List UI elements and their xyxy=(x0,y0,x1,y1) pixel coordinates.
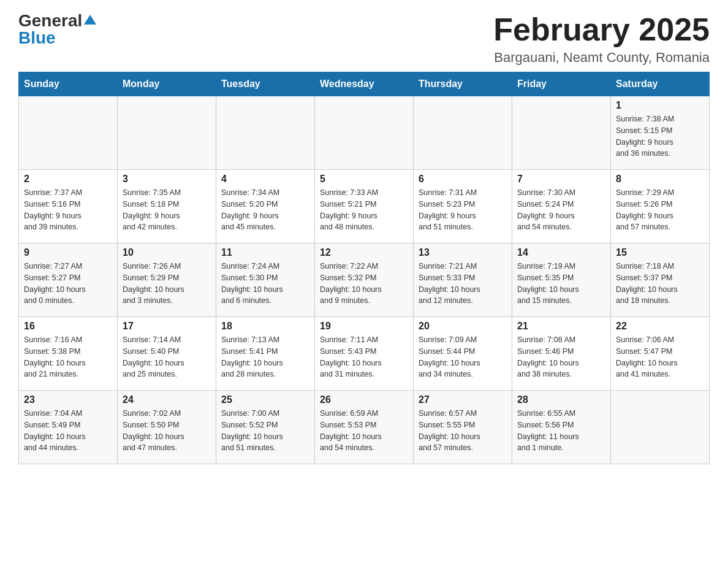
day-number: 5 xyxy=(320,174,408,185)
calendar-cell: 8Sunrise: 7:29 AM Sunset: 5:26 PM Daylig… xyxy=(611,170,710,243)
calendar-cell: 10Sunrise: 7:26 AM Sunset: 5:29 PM Dayli… xyxy=(118,243,216,317)
logo-triangle-icon xyxy=(83,13,97,26)
day-number: 3 xyxy=(123,174,211,185)
logo-general-text: General xyxy=(18,12,82,29)
weekday-saturday: Saturday xyxy=(611,72,710,96)
calendar-cell: 4Sunrise: 7:34 AM Sunset: 5:20 PM Daylig… xyxy=(216,170,315,243)
calendar-row: 2Sunrise: 7:37 AM Sunset: 5:16 PM Daylig… xyxy=(19,170,710,243)
day-number: 1 xyxy=(616,100,704,111)
day-info: Sunrise: 7:06 AM Sunset: 5:47 PM Dayligh… xyxy=(616,334,704,380)
day-number: 24 xyxy=(123,394,211,405)
day-number: 19 xyxy=(320,321,408,332)
day-info: Sunrise: 7:38 AM Sunset: 5:15 PM Dayligh… xyxy=(616,113,704,159)
calendar-cell xyxy=(512,96,611,170)
day-info: Sunrise: 7:14 AM Sunset: 5:40 PM Dayligh… xyxy=(123,334,211,380)
calendar-cell: 24Sunrise: 7:02 AM Sunset: 5:50 PM Dayli… xyxy=(118,391,216,464)
day-info: Sunrise: 7:29 AM Sunset: 5:26 PM Dayligh… xyxy=(616,187,704,233)
svg-marker-0 xyxy=(84,15,96,25)
day-number: 20 xyxy=(419,321,507,332)
day-info: Sunrise: 7:21 AM Sunset: 5:33 PM Dayligh… xyxy=(419,261,507,307)
calendar-table: SundayMondayTuesdayWednesdayThursdayFrid… xyxy=(18,72,710,464)
calendar-cell: 9Sunrise: 7:27 AM Sunset: 5:27 PM Daylig… xyxy=(19,243,118,317)
calendar-cell: 21Sunrise: 7:08 AM Sunset: 5:46 PM Dayli… xyxy=(512,317,611,391)
day-number: 7 xyxy=(517,174,605,185)
weekday-thursday: Thursday xyxy=(414,72,512,96)
day-number: 25 xyxy=(221,394,309,405)
subtitle: Bargauani, Neamt County, Romania xyxy=(493,50,710,66)
title-block: February 2025 Bargauani, Neamt County, R… xyxy=(493,12,710,66)
day-number: 17 xyxy=(123,321,211,332)
calendar-cell xyxy=(216,96,315,170)
day-number: 10 xyxy=(123,247,211,258)
day-info: Sunrise: 7:04 AM Sunset: 5:49 PM Dayligh… xyxy=(24,408,112,454)
day-number: 4 xyxy=(221,174,309,185)
day-number: 2 xyxy=(24,174,112,185)
weekday-sunday: Sunday xyxy=(19,72,118,96)
calendar-body: 1Sunrise: 7:38 AM Sunset: 5:15 PM Daylig… xyxy=(19,96,710,464)
day-number: 12 xyxy=(320,247,408,258)
calendar-cell: 19Sunrise: 7:11 AM Sunset: 5:43 PM Dayli… xyxy=(315,317,414,391)
day-number: 15 xyxy=(616,247,704,258)
weekday-header-row: SundayMondayTuesdayWednesdayThursdayFrid… xyxy=(19,72,710,96)
day-number: 23 xyxy=(24,394,112,405)
calendar-cell: 1Sunrise: 7:38 AM Sunset: 5:15 PM Daylig… xyxy=(611,96,710,170)
calendar-cell: 13Sunrise: 7:21 AM Sunset: 5:33 PM Dayli… xyxy=(414,243,512,317)
weekday-friday: Friday xyxy=(512,72,611,96)
calendar-cell: 23Sunrise: 7:04 AM Sunset: 5:49 PM Dayli… xyxy=(19,391,118,464)
day-number: 11 xyxy=(221,247,309,258)
day-info: Sunrise: 7:37 AM Sunset: 5:16 PM Dayligh… xyxy=(24,187,112,233)
calendar-row: 1Sunrise: 7:38 AM Sunset: 5:15 PM Daylig… xyxy=(19,96,710,170)
calendar-cell: 15Sunrise: 7:18 AM Sunset: 5:37 PM Dayli… xyxy=(611,243,710,317)
calendar-cell: 2Sunrise: 7:37 AM Sunset: 5:16 PM Daylig… xyxy=(19,170,118,243)
day-number: 9 xyxy=(24,247,112,258)
day-info: Sunrise: 7:30 AM Sunset: 5:24 PM Dayligh… xyxy=(517,187,605,233)
day-info: Sunrise: 6:55 AM Sunset: 5:56 PM Dayligh… xyxy=(517,408,605,454)
calendar-cell: 27Sunrise: 6:57 AM Sunset: 5:55 PM Dayli… xyxy=(414,391,512,464)
day-info: Sunrise: 7:11 AM Sunset: 5:43 PM Dayligh… xyxy=(320,334,408,380)
day-info: Sunrise: 7:34 AM Sunset: 5:20 PM Dayligh… xyxy=(221,187,309,233)
day-info: Sunrise: 7:16 AM Sunset: 5:38 PM Dayligh… xyxy=(24,334,112,380)
day-number: 28 xyxy=(517,394,605,405)
day-info: Sunrise: 6:57 AM Sunset: 5:55 PM Dayligh… xyxy=(419,408,507,454)
calendar-cell xyxy=(118,96,216,170)
calendar-row: 16Sunrise: 7:16 AM Sunset: 5:38 PM Dayli… xyxy=(19,317,710,391)
calendar-cell: 3Sunrise: 7:35 AM Sunset: 5:18 PM Daylig… xyxy=(118,170,216,243)
calendar-row: 9Sunrise: 7:27 AM Sunset: 5:27 PM Daylig… xyxy=(19,243,710,317)
day-info: Sunrise: 7:35 AM Sunset: 5:18 PM Dayligh… xyxy=(123,187,211,233)
day-number: 22 xyxy=(616,321,704,332)
weekday-monday: Monday xyxy=(118,72,216,96)
day-number: 16 xyxy=(24,321,112,332)
logo-blue-text: Blue xyxy=(18,29,56,47)
day-number: 13 xyxy=(419,247,507,258)
day-info: Sunrise: 7:18 AM Sunset: 5:37 PM Dayligh… xyxy=(616,261,704,307)
day-info: Sunrise: 7:02 AM Sunset: 5:50 PM Dayligh… xyxy=(123,408,211,454)
calendar-cell: 5Sunrise: 7:33 AM Sunset: 5:21 PM Daylig… xyxy=(315,170,414,243)
weekday-tuesday: Tuesday xyxy=(216,72,315,96)
calendar-cell xyxy=(611,391,710,464)
day-info: Sunrise: 7:24 AM Sunset: 5:30 PM Dayligh… xyxy=(221,261,309,307)
day-number: 6 xyxy=(419,174,507,185)
calendar-cell xyxy=(19,96,118,170)
calendar-cell: 17Sunrise: 7:14 AM Sunset: 5:40 PM Dayli… xyxy=(118,317,216,391)
calendar-row: 23Sunrise: 7:04 AM Sunset: 5:49 PM Dayli… xyxy=(19,391,710,464)
calendar-cell: 7Sunrise: 7:30 AM Sunset: 5:24 PM Daylig… xyxy=(512,170,611,243)
day-info: Sunrise: 7:00 AM Sunset: 5:52 PM Dayligh… xyxy=(221,408,309,454)
calendar-cell: 20Sunrise: 7:09 AM Sunset: 5:44 PM Dayli… xyxy=(414,317,512,391)
calendar-cell: 26Sunrise: 6:59 AM Sunset: 5:53 PM Dayli… xyxy=(315,391,414,464)
day-info: Sunrise: 7:09 AM Sunset: 5:44 PM Dayligh… xyxy=(419,334,507,380)
day-number: 18 xyxy=(221,321,309,332)
calendar-cell: 25Sunrise: 7:00 AM Sunset: 5:52 PM Dayli… xyxy=(216,391,315,464)
day-number: 14 xyxy=(517,247,605,258)
day-info: Sunrise: 7:08 AM Sunset: 5:46 PM Dayligh… xyxy=(517,334,605,380)
day-info: Sunrise: 7:33 AM Sunset: 5:21 PM Dayligh… xyxy=(320,187,408,233)
logo: General Blue xyxy=(18,12,97,47)
day-number: 27 xyxy=(419,394,507,405)
day-info: Sunrise: 6:59 AM Sunset: 5:53 PM Dayligh… xyxy=(320,408,408,454)
calendar-cell: 14Sunrise: 7:19 AM Sunset: 5:35 PM Dayli… xyxy=(512,243,611,317)
day-info: Sunrise: 7:31 AM Sunset: 5:23 PM Dayligh… xyxy=(419,187,507,233)
day-info: Sunrise: 7:13 AM Sunset: 5:41 PM Dayligh… xyxy=(221,334,309,380)
day-number: 8 xyxy=(616,174,704,185)
day-info: Sunrise: 7:19 AM Sunset: 5:35 PM Dayligh… xyxy=(517,261,605,307)
calendar-cell: 12Sunrise: 7:22 AM Sunset: 5:32 PM Dayli… xyxy=(315,243,414,317)
page-header: General Blue February 2025 Bargauani, Ne… xyxy=(18,12,710,66)
